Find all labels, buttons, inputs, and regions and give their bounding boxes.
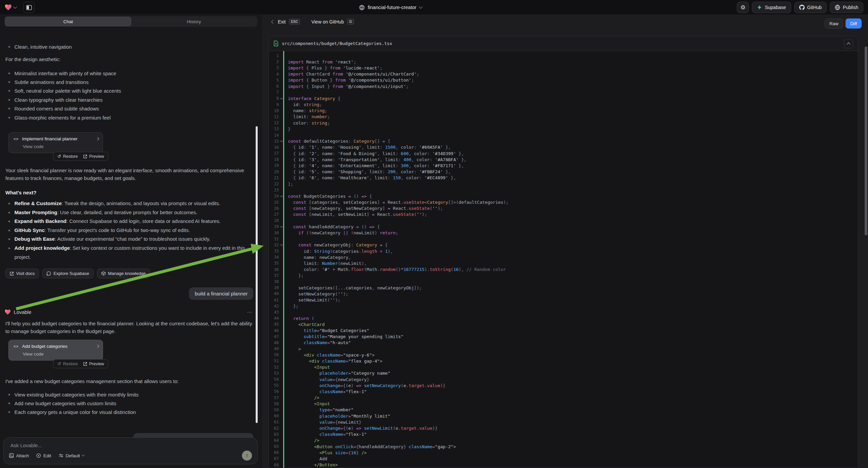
line-number: 44 <box>269 316 279 321</box>
code-line: 12 color: string; <box>269 120 858 126</box>
g-key-badge: G <box>347 19 354 25</box>
edit-button[interactable]: Edit <box>36 453 51 458</box>
project-name: financial-future-creator <box>368 5 416 10</box>
code-line: 35 limit: Number(newLimit), <box>269 260 858 266</box>
logo-chevron-down-icon[interactable] <box>13 5 17 8</box>
explore-supabase-button[interactable]: Explore Supabase <box>42 269 93 278</box>
code-line: 53 placeholder="Category name" <box>269 370 858 376</box>
version-card-implement-financial-planner[interactable]: <> Implement financial planner View code <box>8 132 103 153</box>
line-number: 40 <box>269 291 279 296</box>
line-number: 39 <box>269 285 279 290</box>
code-line: 24const BudgetCategories = () => { <box>269 193 858 199</box>
code-scrollbar[interactable] <box>865 47 867 235</box>
code-line: 28 <box>269 217 858 224</box>
code-line: 43 <box>269 309 858 315</box>
restore-button[interactable]: ↺Restore <box>57 154 78 159</box>
external-link-icon <box>83 362 87 366</box>
lovable-logo-icon[interactable] <box>5 4 12 11</box>
line-number: 63 <box>269 432 279 437</box>
chevron-down-icon <box>82 454 85 456</box>
code-line: 29 const handleAddCategory = () => { <box>269 224 858 230</box>
preview-button[interactable]: Preview <box>83 154 104 159</box>
whats-next-list: Refine & Customize: Tweak the design, an… <box>5 199 255 262</box>
line-number: 13 <box>269 126 279 131</box>
diff-toggle-button[interactable]: Diff <box>845 19 862 29</box>
line-number: 48 <box>269 341 279 345</box>
code-line: 3import { Plus } from 'lucide-react'; <box>269 65 858 71</box>
code-line: 56 className="flex-1" <box>269 388 858 394</box>
raw-toggle-button[interactable]: Raw <box>825 19 843 29</box>
code-panel: Exit ESC View on GitHub G Raw Diff src/c… <box>262 15 868 468</box>
line-number: 7 <box>269 90 279 95</box>
bullet-dot-icon <box>8 403 10 404</box>
code-line: 49 > <box>269 346 858 352</box>
external-link-icon <box>10 272 14 275</box>
sidebar-toggle-button[interactable] <box>23 2 35 13</box>
code-line: 15const defaultCategories: Category[] = … <box>269 138 858 144</box>
list-item: Add new budget categories with custom li… <box>5 399 138 408</box>
code-line: 10 name: string; <box>269 108 858 114</box>
code-line: 9 id: string; <box>269 102 858 108</box>
assistant-paragraph: I'll help you add budget categories to t… <box>5 320 256 335</box>
manage-knowledge-button[interactable]: Manage knowledge <box>97 269 150 278</box>
project-switcher[interactable]: financial-future-creator <box>359 0 422 15</box>
line-number: 38 <box>269 279 279 284</box>
bullet-dot-icon <box>8 81 10 83</box>
code-line: 60 placeholder="Monthly limit" <box>269 413 858 419</box>
attach-image-icon <box>9 453 14 458</box>
code-viewer[interactable]: 12import React from 'react';3import { Pl… <box>269 51 858 468</box>
line-number: 34 <box>269 255 279 260</box>
code-line: 63 className="flex-1" <box>269 431 858 437</box>
external-link-icon <box>83 154 87 158</box>
bullet-dot-icon <box>8 108 10 110</box>
file-header[interactable]: src/components/budget/BudgetCategories.t… <box>269 36 858 51</box>
collapse-file-button[interactable] <box>844 39 853 48</box>
chat-scrollbar[interactable] <box>256 126 258 423</box>
code-line: 64 /> <box>269 437 858 443</box>
chevron-left-icon <box>271 20 275 24</box>
view-code-link[interactable]: View code <box>23 144 99 149</box>
version-card-add-budget-categories[interactable]: <> Add budget categories View code <box>8 340 103 360</box>
visit-docs-button[interactable]: Visit docs <box>5 269 39 278</box>
ask-lovable-input[interactable] <box>10 442 251 448</box>
lovable-heart-icon <box>5 309 11 315</box>
view-on-github-button[interactable]: View on GitHub <box>311 19 344 25</box>
restore-button[interactable]: ↺Restore <box>57 361 78 366</box>
settings-button[interactable]: ⚙ <box>737 2 749 13</box>
globe-icon <box>835 5 840 10</box>
line-number: 8 <box>269 96 279 101</box>
exit-button[interactable]: Exit <box>278 19 285 25</box>
chat-history-tabs: Chat History <box>4 16 257 27</box>
line-number: 56 <box>269 389 279 394</box>
mode-selector[interactable]: Default <box>59 453 85 458</box>
line-number: 12 <box>269 120 279 125</box>
line-number: 28 <box>269 218 279 223</box>
target-icon <box>36 453 41 458</box>
preview-button[interactable]: Preview <box>83 361 104 366</box>
line-number: 47 <box>269 334 279 339</box>
attach-button[interactable]: Attach <box>9 453 29 458</box>
file-added-icon <box>274 40 278 46</box>
github-button[interactable]: GitHub <box>794 2 827 13</box>
bullet-dot-icon <box>8 90 10 92</box>
bullet-dot-icon <box>8 221 10 222</box>
assistant-paragraph: I've added a new budget categories manag… <box>5 377 256 385</box>
tab-chat[interactable]: Chat <box>5 17 131 26</box>
publish-button[interactable]: Publish <box>830 2 863 13</box>
code-line: 58 <Input <box>269 401 858 407</box>
list-item: GitHub Sync: Transfer your project's cod… <box>5 226 255 235</box>
code-line: 33 id: String(categories.length + 1), <box>269 248 858 254</box>
send-button[interactable]: ↑ <box>242 450 252 461</box>
line-number: 20 <box>269 170 279 174</box>
view-code-link[interactable]: View code <box>23 351 99 356</box>
supabase-button[interactable]: Supabase <box>752 2 791 13</box>
code-line: 55 onChange={(e) => setNewCategory(e.tar… <box>269 382 858 388</box>
line-number: 19 <box>269 163 279 168</box>
bullet-dot-icon <box>8 72 10 74</box>
code-line: 27 const [newLimit, setNewLimit] = React… <box>269 211 858 217</box>
code-line: 16 { id: '1', name: 'Housing', limit: 15… <box>269 144 858 150</box>
tab-history[interactable]: History <box>131 17 257 26</box>
version-card-title: Implement financial planner <box>22 136 78 141</box>
line-number: 59 <box>269 408 279 412</box>
message-options-icon[interactable]: ⋯ <box>247 309 253 315</box>
